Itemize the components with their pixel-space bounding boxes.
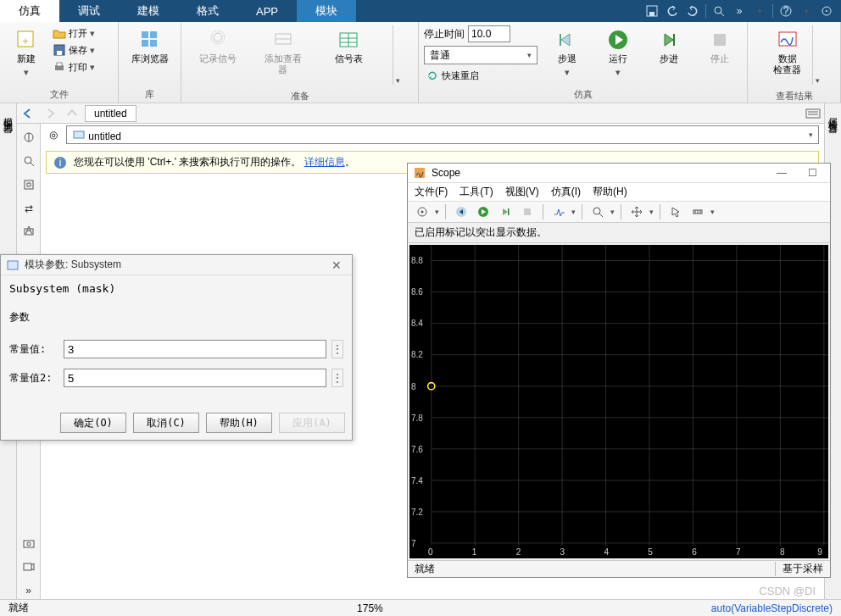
scope-menu-file[interactable]: 文件(F)	[415, 185, 448, 199]
nav-up-button[interactable]	[61, 104, 83, 123]
signal-table-button[interactable]: 信号表	[327, 25, 370, 68]
record-icon[interactable]	[20, 558, 37, 575]
tab-format[interactable]: 格式	[178, 0, 237, 22]
step-back-button[interactable]: 步退▾	[546, 25, 588, 81]
nav-forward-button[interactable]	[39, 104, 61, 123]
ok-button[interactable]: 确定(O)	[60, 413, 126, 433]
status-solver[interactable]: auto(VariableStepDiscrete)	[703, 602, 841, 614]
keyboard-icon[interactable]	[802, 104, 824, 123]
const2-expand[interactable]: ⋮	[331, 369, 343, 387]
stop-time-input[interactable]	[468, 25, 510, 42]
prepare-expand[interactable]: ▾	[393, 25, 403, 85]
scope-stop-icon[interactable]	[518, 203, 537, 221]
scope-menu-sim[interactable]: 仿真(I)	[551, 185, 581, 199]
ytick: 8.8	[411, 256, 423, 265]
screenshot-icon[interactable]	[20, 535, 37, 552]
new-button[interactable]: ＋ 新建 ▾	[5, 25, 47, 81]
help-dropdown[interactable]: ▾	[797, 2, 816, 20]
scope-settings-icon[interactable]	[413, 203, 432, 221]
fit-to-view-icon[interactable]	[20, 176, 37, 193]
tab-block[interactable]: 模块	[297, 0, 356, 22]
svg-rect-28	[673, 34, 675, 46]
sim-mode-combo[interactable]: 普通▾	[424, 46, 537, 64]
svg-rect-1	[649, 12, 654, 16]
dialog-close-button[interactable]: ✕	[326, 258, 347, 272]
library-browser-button[interactable]: 库浏览器	[129, 25, 171, 68]
const1-expand[interactable]: ⋮	[331, 340, 343, 358]
scope-autoscale-icon[interactable]	[627, 203, 646, 221]
step-forward-button[interactable]: 步进	[648, 25, 690, 68]
model-address-combo[interactable]: untitled ▾	[66, 125, 819, 144]
stop-button[interactable]: 停止	[699, 25, 741, 68]
svg-rect-53	[508, 208, 510, 215]
model-target-icon[interactable]: ◎	[46, 129, 61, 141]
toggle-perspective-icon[interactable]: ⇄	[20, 200, 37, 217]
block-params-dialog: 模块参数: Subsystem ✕ Subsystem (mask) 参数 常量…	[0, 254, 353, 441]
run-button[interactable]: 运行▾	[597, 25, 639, 81]
breadcrumb[interactable]: untitled	[85, 105, 136, 122]
fullscreen-icon[interactable]	[817, 2, 836, 20]
const2-input[interactable]	[64, 369, 326, 387]
add-viewer-button[interactable]: 添加查看器	[262, 25, 304, 79]
log-signal-label: 记录信号	[199, 53, 237, 64]
undo-icon[interactable]	[663, 2, 682, 20]
svg-point-19	[211, 31, 225, 44]
scope-cursor-icon[interactable]	[666, 203, 685, 221]
open-button[interactable]: 打开▾	[51, 25, 97, 41]
cancel-button[interactable]: 取消(C)	[133, 413, 199, 433]
scope-run-icon[interactable]	[474, 203, 493, 221]
results-expand[interactable]: ▾	[812, 25, 822, 85]
hide-browser-icon[interactable]	[20, 129, 37, 146]
file-group-label: 文件	[0, 86, 118, 103]
scope-stepback-icon[interactable]	[452, 203, 471, 221]
tab-app[interactable]: APP	[237, 0, 297, 22]
ytick: 8.6	[411, 287, 423, 297]
svg-rect-47	[8, 261, 18, 269]
mask-label: Subsystem (mask)	[9, 282, 343, 295]
scope-menu-view[interactable]: 视图(V)	[505, 185, 539, 199]
open-label: 打开	[69, 27, 87, 40]
print-button[interactable]: 打印▾	[51, 59, 97, 75]
tab-simulation[interactable]: 仿真	[0, 0, 59, 22]
log-signal-button[interactable]: 记录信号	[197, 25, 239, 68]
save-button[interactable]: 保存▾	[51, 42, 97, 58]
params-section-label: 参数	[9, 310, 343, 325]
search-icon[interactable]	[710, 2, 728, 20]
zoom-fit-icon[interactable]	[20, 153, 37, 169]
help-button[interactable]: 帮助(H)	[206, 413, 272, 433]
xtick: 4	[604, 547, 609, 557]
nav-back-button[interactable]	[17, 104, 39, 123]
tab-modeling[interactable]: 建模	[119, 0, 178, 22]
scope-app-icon	[413, 166, 426, 180]
scope-trigger-icon[interactable]	[549, 203, 568, 221]
data-inspector-button[interactable]: 数据 检查器	[766, 25, 809, 79]
scope-minimize-button[interactable]: —	[769, 167, 794, 179]
info-link[interactable]: 详细信息	[304, 156, 345, 168]
scope-stepfwd-icon[interactable]	[496, 203, 515, 221]
fast-restart-button[interactable]: 快速重启	[424, 68, 537, 83]
redo-icon[interactable]	[683, 2, 702, 20]
annotation-icon[interactable]: A	[20, 224, 37, 241]
results-group-label: 查看结果	[748, 88, 840, 104]
scope-menu-tools[interactable]: 工具(T)	[459, 185, 493, 199]
scope-zoom-icon[interactable]	[588, 203, 607, 221]
dialog-icon	[6, 258, 19, 272]
svg-text:A: A	[25, 226, 31, 236]
scope-toolbar: ▾ ▾ ▾ ▾ ▾	[408, 202, 830, 223]
more-dropdown[interactable]: ▾	[750, 2, 769, 20]
save-icon[interactable]	[643, 2, 661, 20]
svg-rect-38	[25, 180, 33, 189]
scope-menu-help[interactable]: 帮助(H)	[593, 185, 627, 199]
ytick: 7.8	[411, 413, 423, 422]
apply-button[interactable]: 应用(A)	[279, 413, 345, 433]
tab-debug[interactable]: 调试	[59, 0, 119, 22]
const1-input[interactable]	[64, 340, 326, 358]
scope-maximize-button[interactable]: ☐	[799, 167, 825, 179]
ytick: 7.4	[411, 475, 423, 485]
expand-strip-icon[interactable]: »	[20, 582, 37, 599]
scope-measure-icon[interactable]	[688, 203, 707, 221]
info-text: 您现在可以使用 'Ctrl+.' 来搜索和执行可用的操作。	[74, 156, 301, 168]
more-icon[interactable]: »	[730, 2, 749, 20]
help-icon[interactable]: ?	[777, 2, 795, 20]
scope-plot-area[interactable]: 8.8 8.6 8.4 8.2 8 7.8 7.6 7.4 7.2 7 0 1 …	[409, 245, 828, 559]
